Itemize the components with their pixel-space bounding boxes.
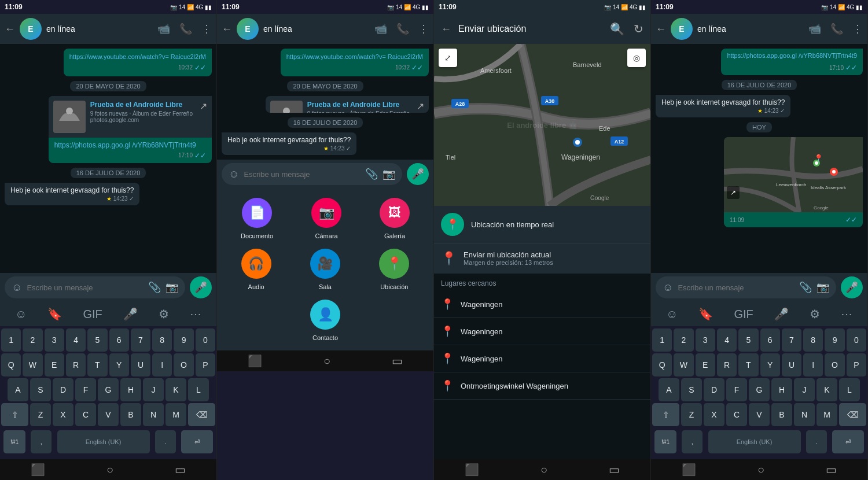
map-area[interactable]: A28 A30 A12 Amersfoort Barneveld Ede Wag…	[434, 44, 650, 206]
attach-documento[interactable]: 📄 Documento	[241, 198, 273, 239]
key-comma-1[interactable]: ,	[31, 430, 52, 453]
key-t[interactable]: T	[87, 353, 107, 376]
attach-ubicacion[interactable]: 📍 Ubicación	[379, 249, 409, 290]
key-b[interactable]: B	[120, 403, 141, 426]
key-4[interactable]: 4	[66, 328, 86, 352]
key-5[interactable]: 5	[87, 328, 107, 352]
key-1[interactable]: 1	[1, 328, 21, 352]
place-1[interactable]: 📍 Wageningen	[434, 291, 650, 318]
key-n[interactable]: N	[143, 403, 164, 426]
message-input-2[interactable]	[244, 170, 361, 179]
key-q[interactable]: Q	[1, 353, 21, 376]
key-i[interactable]: I	[152, 353, 172, 376]
key-s[interactable]: S	[30, 378, 51, 401]
key4-o[interactable]: O	[825, 353, 844, 376]
camera-icon-4[interactable]: 📷	[816, 281, 829, 294]
settings-kb-icon-4[interactable]: ⚙	[810, 307, 820, 321]
key-h[interactable]: H	[120, 378, 141, 401]
emoji-icon-1[interactable]: ☺	[12, 282, 22, 294]
key-a[interactable]: A	[8, 378, 28, 401]
key4-c[interactable]: C	[726, 403, 747, 426]
msg-input-box-4[interactable]: ☺ 📎 📷	[656, 276, 836, 298]
video-icon-2[interactable]: 📹	[374, 23, 387, 35]
key-o[interactable]: O	[174, 353, 193, 376]
video-icon-1[interactable]: 📹	[157, 23, 170, 35]
key-7[interactable]: 7	[131, 328, 150, 352]
nav-back-3[interactable]: ⬛	[465, 463, 479, 477]
key4-u[interactable]: U	[782, 353, 801, 376]
key-0[interactable]: 0	[196, 328, 215, 352]
key-u[interactable]: U	[131, 353, 150, 376]
nav-home-4[interactable]: ○	[757, 463, 764, 477]
key-shift-1[interactable]: ⇧	[1, 403, 28, 426]
back-icon-1[interactable]: ←	[5, 23, 15, 35]
key4-comma[interactable]: ,	[682, 430, 703, 453]
place-2[interactable]: 📍 Wageningen	[434, 318, 650, 345]
key4-p[interactable]: P	[847, 353, 866, 376]
key4-dot[interactable]: .	[806, 430, 827, 453]
current-location-item[interactable]: 📍 Enviar mi ubicación actual Margen de p…	[434, 243, 650, 274]
back-icon-2[interactable]: ←	[222, 23, 232, 35]
key4-j[interactable]: J	[794, 378, 815, 401]
key4-w[interactable]: W	[674, 353, 693, 376]
key-y[interactable]: Y	[109, 353, 129, 376]
key-backspace-1[interactable]: ⌫	[188, 403, 215, 426]
back-icon-4[interactable]: ←	[656, 23, 666, 35]
key4-g[interactable]: G	[749, 378, 770, 401]
emoji-icon-4[interactable]: ☺	[663, 282, 673, 294]
settings-kb-icon[interactable]: ⚙	[159, 307, 169, 321]
place-3[interactable]: 📍 Wageningen	[434, 345, 650, 372]
key-x[interactable]: X	[53, 403, 73, 426]
key4-shift[interactable]: ⇧	[652, 403, 679, 426]
key-p[interactable]: P	[196, 353, 215, 376]
key4-1[interactable]: 1	[652, 328, 672, 352]
key4-x[interactable]: X	[704, 403, 724, 426]
place-4[interactable]: 📍 Ontmoetingswinkel Wageningen	[434, 372, 650, 400]
key4-t[interactable]: T	[738, 353, 758, 376]
key4-6[interactable]: 6	[760, 328, 780, 352]
map-expand-btn[interactable]: ⤢	[439, 49, 457, 67]
key-d[interactable]: D	[53, 378, 73, 401]
phone-icon-4[interactable]: 📞	[830, 23, 843, 35]
share-icon-1[interactable]: ↗	[200, 101, 207, 112]
key4-backspace[interactable]: ⌫	[839, 403, 866, 426]
nav-back-4[interactable]: ⬛	[682, 463, 696, 477]
voice-kb-icon-4[interactable]: 🎤	[774, 307, 789, 321]
key-2[interactable]: 2	[23, 328, 42, 352]
key4-i[interactable]: I	[803, 353, 823, 376]
more-icon-4[interactable]: ⋮	[852, 23, 863, 35]
key-6[interactable]: 6	[109, 328, 129, 352]
nav-back-1[interactable]: ⬛	[31, 463, 45, 477]
nav-recent-4[interactable]: ▭	[826, 463, 837, 477]
key-e[interactable]: E	[45, 353, 64, 376]
mic-button-1[interactable]: 🎤	[190, 276, 212, 298]
key-enter-1[interactable]: ⏎	[181, 430, 213, 453]
key4-4[interactable]: 4	[717, 328, 737, 352]
key4-9[interactable]: 9	[825, 328, 844, 352]
key4-l[interactable]: L	[839, 378, 860, 401]
message-input-4[interactable]	[678, 283, 795, 292]
phone-icon-2[interactable]: 📞	[396, 23, 409, 35]
key4-v[interactable]: V	[749, 403, 770, 426]
key4-d[interactable]: D	[704, 378, 724, 401]
key4-y[interactable]: Y	[760, 353, 780, 376]
map-bubble-img[interactable]: 📍 ↗ Leeuwenborch Idealis Asserpark Googl…	[724, 137, 863, 212]
loc-search-icon[interactable]: 🔍	[610, 22, 624, 36]
attach-icon-1[interactable]: 📎	[148, 281, 161, 294]
more-icon-2[interactable]: ⋮	[418, 23, 429, 35]
key-l[interactable]: L	[188, 378, 209, 401]
key4-q[interactable]: Q	[652, 353, 672, 376]
key4-space[interactable]: English (UK)	[708, 430, 801, 453]
key-v[interactable]: V	[98, 403, 119, 426]
key4-z[interactable]: Z	[681, 403, 702, 426]
key4-k[interactable]: K	[816, 378, 837, 401]
key4-n[interactable]: N	[794, 403, 815, 426]
attach-camara[interactable]: 📷 Cámara	[311, 198, 341, 239]
key-c[interactable]: C	[75, 403, 96, 426]
key-g[interactable]: G	[98, 378, 119, 401]
mic-button-4[interactable]: 🎤	[841, 276, 863, 298]
key4-b[interactable]: B	[771, 403, 792, 426]
loc-refresh-icon[interactable]: ↻	[634, 22, 643, 36]
realtime-location-item[interactable]: 📍 Ubicación en tiempo real	[434, 206, 650, 243]
nav-home-3[interactable]: ○	[540, 463, 547, 477]
